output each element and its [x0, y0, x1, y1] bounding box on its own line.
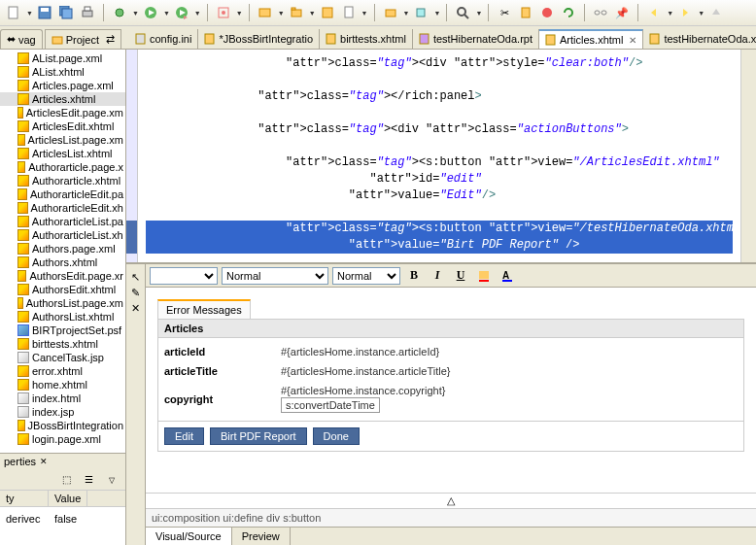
print-icon[interactable] — [80, 5, 95, 20]
code-line[interactable] — [146, 72, 733, 88]
action-button[interactable]: Edit — [164, 427, 204, 445]
file-tree[interactable]: AList.page.xmlAList.xhtmlArticles.page.x… — [0, 50, 125, 453]
file-tab[interactable]: *JBossBirtIntegratio — [198, 29, 320, 49]
tree-item[interactable]: CancelTask.jsp — [0, 351, 125, 364]
tree-item[interactable]: index.html — [0, 392, 125, 405]
tree-item[interactable]: Authorarticle.xhtml — [0, 174, 125, 187]
refresh-icon[interactable] — [561, 5, 576, 20]
file-tab[interactable]: birttests.xhtml — [320, 29, 413, 49]
chevron-down-icon[interactable]: ▼ — [194, 10, 201, 17]
stop-icon[interactable] — [539, 5, 555, 20]
chevron-down-icon[interactable]: ▼ — [163, 10, 170, 17]
chevron-down-icon[interactable]: ▼ — [236, 10, 243, 17]
file-tab[interactable]: config.ini — [129, 29, 198, 49]
style-select[interactable]: Normal — [222, 267, 328, 285]
tree-item[interactable]: ArticlesList.xhtml — [0, 147, 125, 160]
tree-icon[interactable]: ☰ — [82, 471, 97, 487]
chevron-down-icon[interactable]: ▼ — [698, 10, 704, 17]
tree-item[interactable]: Authors.xhtml — [0, 255, 125, 269]
design-canvas[interactable]: Error Messages Articles articleId#{artic… — [146, 288, 756, 493]
link-icon[interactable] — [593, 5, 608, 20]
wrench-icon[interactable]: ✎ — [126, 287, 145, 299]
tree-item[interactable]: Articles.xhtml — [0, 92, 125, 106]
tree-item[interactable]: AuthorsEdit.page.xr — [0, 269, 125, 283]
save-icon[interactable] — [37, 5, 52, 20]
gear-icon[interactable]: ✕ — [126, 302, 145, 315]
tree-item[interactable]: AuthorsList.page.xm — [0, 296, 125, 310]
col-property[interactable]: ty — [0, 491, 49, 506]
tree-item[interactable]: ArticlesEdit.page.xm — [0, 106, 125, 119]
bold-button[interactable]: B — [404, 267, 424, 285]
italic-button[interactable]: I — [428, 267, 447, 285]
debug-icon[interactable] — [112, 5, 127, 20]
tree-item[interactable]: home.xhtml — [0, 378, 125, 392]
code-line[interactable] — [146, 138, 733, 154]
code-line[interactable] — [146, 105, 733, 121]
action-button[interactable]: Birt PDF Report — [210, 427, 307, 445]
tree-item[interactable]: AList.page.xml — [0, 51, 125, 65]
tree-item[interactable]: JBossBirtIntegration — [0, 419, 125, 432]
block-select[interactable] — [150, 267, 218, 285]
scrollbar[interactable] — [740, 50, 756, 262]
tree-item[interactable]: ArticlesList.page.xm — [0, 133, 125, 147]
menu-icon[interactable]: ▽ — [104, 472, 120, 488]
code-line[interactable]: "attr">id="edit" — [146, 171, 733, 187]
splitter-handle[interactable]: △ — [146, 493, 756, 508]
tree-item[interactable]: AuthorarticleEdit.xh — [0, 201, 125, 215]
bg-color-button[interactable] — [474, 267, 494, 285]
tree-item[interactable]: AuthorarticleEdit.pa — [0, 187, 125, 201]
tree-item[interactable]: index.jsp — [0, 405, 125, 419]
mode-tab[interactable]: Visual/Source — [146, 528, 232, 545]
code-line[interactable]: "attr">class="tag"></rich:panel> — [146, 88, 733, 105]
code-line[interactable]: "attr">class="tag"><div "attr">class="ac… — [146, 121, 733, 138]
tree-item[interactable]: error.xhtml — [0, 364, 125, 378]
tree-item[interactable]: AuthorsList.xhtml — [0, 310, 125, 324]
tree-item[interactable]: AuthorarticleList.xh — [0, 228, 125, 242]
tab-vag[interactable]: ⬌ vag — [0, 29, 43, 49]
code-line[interactable]: "attr">value="Birt PDF Report" /> — [146, 237, 733, 254]
underline-button[interactable]: U — [451, 267, 470, 285]
ext-tools-icon[interactable] — [216, 5, 231, 20]
code-line[interactable]: "attr">class="tag"><div "attr">style="cl… — [146, 55, 733, 72]
nav-back-icon[interactable] — [646, 5, 662, 20]
chevron-down-icon[interactable]: ▼ — [309, 10, 316, 17]
fg-color-button[interactable]: A — [498, 267, 517, 285]
tree-item[interactable]: birttests.xhtml — [0, 337, 125, 351]
field-value[interactable]: #{articlesHome.instance.articleTitle} — [281, 365, 450, 377]
code-line[interactable]: "attr">value="Edit"/> — [146, 187, 733, 204]
field-value[interactable]: #{articlesHome.instance.copyright}s:conv… — [281, 385, 445, 413]
chevron-down-icon[interactable]: ▼ — [132, 10, 139, 17]
code-line[interactable]: "attr">class="tag"><s:button "attr">view… — [146, 154, 733, 171]
cursor-icon[interactable]: ↖ — [126, 271, 145, 284]
file-tab[interactable]: Articles.xhtml✕ — [539, 29, 643, 49]
nav-fwd-icon[interactable] — [677, 5, 693, 20]
tree-item[interactable]: AuthorsEdit.xhtml — [0, 283, 125, 296]
run-last-icon[interactable] — [174, 5, 189, 20]
save-all-icon[interactable] — [58, 5, 74, 20]
nav-up-icon[interactable] — [708, 5, 724, 20]
tab-project[interactable]: Project ⇄ — [45, 29, 121, 49]
code-content[interactable]: "attr">class="tag"><div "attr">style="cl… — [138, 50, 740, 262]
converter-tag[interactable]: s:convertDateTime — [281, 397, 380, 413]
tree-item[interactable]: Authors.page.xml — [0, 242, 125, 255]
chevron-down-icon[interactable]: ▼ — [278, 10, 285, 17]
code-line[interactable] — [146, 204, 733, 221]
breadcrumb[interactable]: ui:composition ui:define div s:button — [146, 508, 756, 527]
file-tab[interactable]: testHibernateOda.rpt — [413, 29, 539, 49]
link-icon[interactable]: ⇄ — [106, 33, 115, 46]
paste-icon[interactable] — [518, 5, 533, 20]
tree-item[interactable]: AList.xhtml — [0, 65, 125, 79]
chevron-down-icon[interactable]: ▼ — [26, 10, 33, 17]
new-project-icon[interactable] — [289, 5, 304, 20]
file-tab[interactable]: testHibernateOda.xht — [643, 29, 756, 49]
tree-item[interactable]: AuthorarticleList.pa — [0, 215, 125, 228]
mode-tab[interactable]: Preview — [232, 528, 291, 545]
code-line[interactable]: "attr">class="tag"><s:button "attr">view… — [146, 221, 733, 237]
tree-item[interactable]: Authorarticle.page.x — [0, 160, 125, 174]
close-icon[interactable]: ✕ — [629, 35, 636, 46]
code-line[interactable] — [146, 254, 733, 262]
close-icon[interactable]: ✕ — [40, 457, 48, 466]
pin-icon[interactable]: 📌 — [614, 5, 630, 20]
filter-icon[interactable]: ⬚ — [59, 471, 75, 487]
new-file-icon[interactable] — [341, 5, 357, 20]
